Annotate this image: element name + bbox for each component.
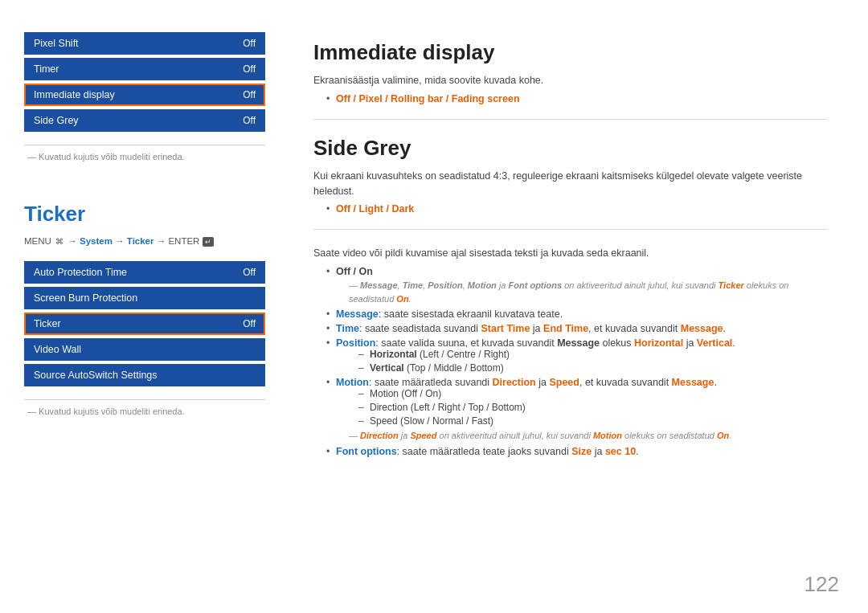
menu-value-ticker: Off [243, 318, 256, 329]
menu-item-immediate-display[interactable]: Immediate display Off [24, 84, 265, 106]
right-panel: Immediate display Ekraanisäästja valimin… [281, 24, 844, 589]
menu-value-auto-protection: Off [243, 267, 256, 278]
top-menu-section: Pixel Shift Off Timer Off Immediate disp… [24, 32, 265, 161]
side-grey-option: Off / Light / Dark [326, 203, 828, 215]
menu-value-immediate-display: Off [243, 89, 256, 100]
immediate-display-desc: Ekraanisäästja valimine, mida soovite ku… [313, 73, 828, 88]
ticker-bullets: Off / On — Message, Time, Position, Moti… [326, 266, 828, 457]
bullet-motion-label: Motion [336, 377, 369, 388]
motion-sub-speed: Speed (Slow / Normal / Fast) [358, 415, 828, 427]
ticker-menu-note: — Kuvatud kujutis võib mudeliti erineda. [24, 399, 265, 416]
menu-label-auto-protection: Auto Protection Time [34, 267, 127, 278]
menu-label-video-wall: Video Wall [34, 344, 81, 355]
bullet-off-on-text: Off / On [336, 266, 373, 277]
bullet-time-text: : saate seadistada suvandi [359, 323, 481, 334]
bullet-position: Position: saate valida suuna, et kuvada … [326, 337, 828, 374]
top-menu-note: — Kuvatud kujutis võib mudeliti erineda. [24, 145, 265, 161]
side-grey-options-list: Off / Light / Dark [326, 203, 828, 215]
breadcrumb-arrow2: → [115, 236, 127, 246]
breadcrumb-menu: MENU [24, 236, 51, 246]
divider-2 [313, 229, 828, 230]
breadcrumb-arrow3: → [157, 236, 169, 246]
left-panel: Pixel Shift Off Timer Off Immediate disp… [24, 24, 281, 589]
bullet-message-label: Message [336, 309, 379, 320]
side-grey-title: Side Grey [313, 136, 828, 161]
bullet-off-on: Off / On — Message, Time, Position, Moti… [326, 266, 828, 305]
immediate-display-option: Off / Pixel / Rolling bar / Fading scree… [326, 93, 828, 104]
breadcrumb-arrow1: → [68, 236, 80, 246]
menu-value-pixel-shift: Off [243, 38, 256, 49]
menu-value-side-grey: Off [243, 115, 256, 126]
bullet-font-options: Font options: saate määratleda teate jao… [326, 446, 828, 457]
motion-sub-list: Motion (Off / On) Direction (Left / Righ… [358, 388, 828, 427]
menu-item-source-autoswitch[interactable]: Source AutoSwitch Settings [24, 364, 265, 386]
bullet-font-options-label: Font options [336, 446, 397, 457]
immediate-display-title: Immediate display [313, 40, 828, 65]
side-grey-option-text: Off / Light / Dark [336, 203, 414, 215]
menu-item-screen-burn[interactable]: Screen Burn Protection [24, 287, 265, 309]
menu-label-pixel-shift: Pixel Shift [34, 38, 79, 49]
position-sub-horizontal: Horizontal (Left / Centre / Right) [358, 349, 828, 360]
bullet-message-text: : saate sisestada ekraanil kuvatava teat… [379, 309, 563, 320]
immediate-display-options-list: Off / Pixel / Rolling bar / Fading scree… [326, 93, 828, 104]
menu-item-pixel-shift[interactable]: Pixel Shift Off [24, 32, 265, 55]
motion-note: — Direction ja Speed on aktiveeritud ain… [349, 429, 828, 443]
breadcrumb-menu-icon: ⌘ [55, 237, 63, 246]
breadcrumb-system: System [80, 236, 113, 246]
position-sub-list: Horizontal (Left / Centre / Right) Verti… [358, 349, 828, 374]
breadcrumb-ticker: Ticker [127, 236, 154, 246]
menu-label-timer: Timer [34, 63, 59, 75]
menu-item-side-grey[interactable]: Side Grey Off [24, 109, 265, 132]
menu-item-auto-protection[interactable]: Auto Protection Time Off [24, 261, 265, 284]
ticker-right-section: Saate video või pildi kuvamise ajal sise… [313, 246, 828, 456]
ticker-right-desc: Saate video või pildi kuvamise ajal sise… [313, 246, 828, 261]
enter-icon: ↵ [203, 237, 214, 247]
menu-value-timer: Off [243, 63, 256, 75]
menu-item-video-wall[interactable]: Video Wall [24, 338, 265, 361]
side-grey-section: Side Grey Kui ekraani kuvasuhteks on sea… [313, 136, 828, 215]
motion-sub-direction: Direction (Left / Right / Top / Bottom) [358, 402, 828, 413]
menu-label-screen-burn: Screen Burn Protection [34, 292, 137, 304]
menu-label-ticker: Ticker [34, 318, 61, 329]
divider-1 [313, 119, 828, 120]
side-grey-desc: Kui ekraani kuvasuhteks on seadistatud 4… [313, 169, 828, 199]
motion-sub-on-off: Motion (Off / On) [358, 388, 828, 399]
bullet-time-label: Time [336, 323, 359, 334]
menu-item-ticker[interactable]: Ticker Off [24, 313, 265, 335]
immediate-display-option-text: Off / Pixel / Rolling bar / Fading scree… [336, 93, 520, 104]
immediate-display-section: Immediate display Ekraanisäästja valimin… [313, 40, 828, 104]
page-number: 122 [805, 572, 839, 597]
bullet-motion: Motion: saate määratleda suvandi Directi… [326, 377, 828, 443]
menu-label-side-grey: Side Grey [34, 115, 79, 126]
menu-breadcrumb: MENU ⌘ → System → Ticker → ENTER ↵ [24, 236, 265, 247]
bullet-message: Message: saate sisestada ekraanil kuvata… [326, 309, 828, 320]
menu-item-timer[interactable]: Timer Off [24, 58, 265, 80]
ticker-title: Ticker [24, 202, 265, 227]
bullet-time: Time: saate seadistada suvandi Start Tim… [326, 323, 828, 334]
ticker-section-left: Ticker MENU ⌘ → System → Ticker → ENTER … [24, 202, 265, 416]
menu-label-source-autoswitch: Source AutoSwitch Settings [34, 370, 158, 381]
position-sub-vertical: Vertical (Top / Middle / Bottom) [358, 362, 828, 374]
bullet-off-on-note: — Message, Time, Position, Motion ja Fon… [349, 279, 828, 305]
breadcrumb-enter: ENTER [168, 236, 199, 246]
bullet-position-label: Position [336, 337, 375, 349]
menu-label-immediate-display: Immediate display [34, 89, 115, 100]
